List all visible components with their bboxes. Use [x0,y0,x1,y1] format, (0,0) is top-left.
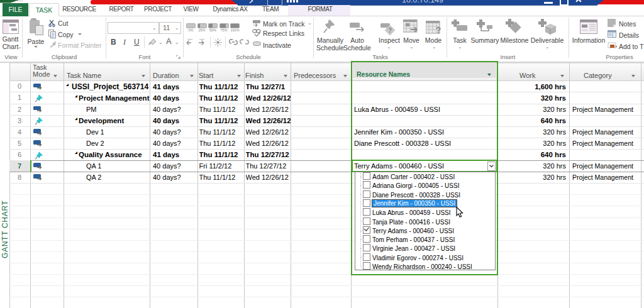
svg-text:?: ? [436,25,441,35]
svg-text:?: ? [388,27,392,34]
